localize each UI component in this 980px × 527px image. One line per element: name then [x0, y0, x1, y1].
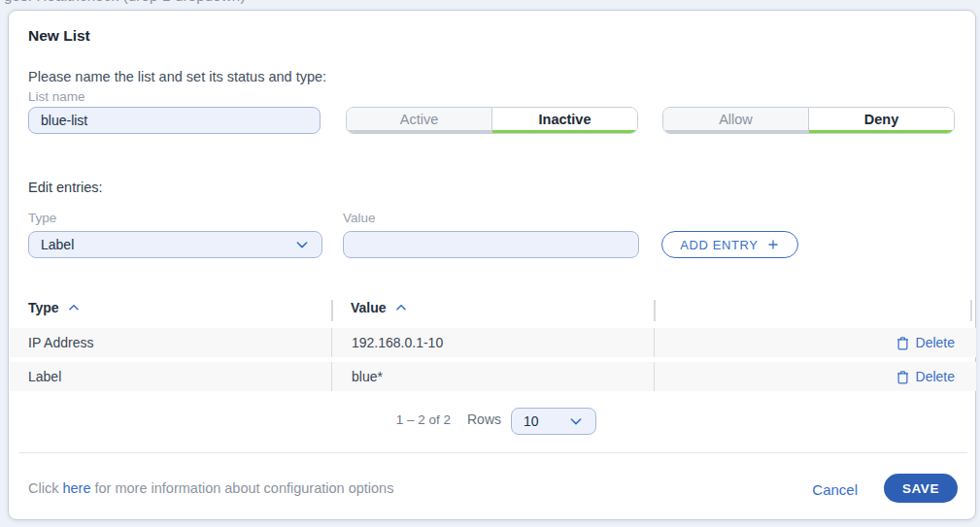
more-info-link[interactable]: here — [62, 480, 90, 496]
list-name-label: List name — [28, 89, 85, 104]
add-entry-label: ADD ENTRY — [680, 238, 758, 252]
status-option-inactive[interactable]: Inactive — [492, 108, 637, 133]
table-row: Label blue* Delete — [10, 362, 976, 391]
dialog-title: New List — [28, 27, 90, 45]
delete-label: Delete — [916, 369, 955, 384]
edit-entries-heading: Edit entries: — [28, 180, 103, 195]
type-option-allow[interactable]: Allow — [663, 108, 809, 133]
rows-per-page-value: 10 — [524, 413, 539, 429]
rows-per-page-select[interactable]: 10 — [511, 408, 596, 435]
header-divider — [654, 300, 656, 321]
delete-row-button[interactable]: Delete — [896, 335, 955, 350]
delete-row-button[interactable]: Delete — [896, 369, 955, 384]
new-list-dialog: New List Please name the list and set it… — [8, 10, 976, 520]
table-header-row: Type Value — [9, 298, 977, 325]
delete-label: Delete — [916, 335, 955, 350]
table-row: IP Address 192.168.0.1-10 Delete — [10, 328, 976, 357]
row-type-cell: Label — [10, 369, 331, 384]
entry-type-select[interactable]: Label — [28, 231, 322, 258]
entry-value-input[interactable] — [343, 231, 639, 258]
chevron-down-icon — [568, 413, 584, 429]
save-button[interactable]: SAVE — [884, 474, 958, 503]
row-type-cell: IP Address — [10, 335, 331, 350]
entry-type-selected-value: Label — [41, 237, 74, 252]
column-header-type[interactable]: Type — [28, 300, 81, 315]
trash-icon — [896, 370, 910, 384]
add-entry-button[interactable]: ADD ENTRY — [661, 231, 798, 258]
header-divider — [331, 300, 333, 321]
pagination-range: 1 – 2 of 2 — [383, 412, 451, 427]
background-clipped-text: ges: Healthcheck (drop 1 dropdown) — [4, 0, 246, 4]
plus-icon — [766, 238, 780, 251]
status-toggle: Active Inactive — [346, 107, 638, 134]
column-header-value-label: Value — [351, 300, 387, 315]
list-type-toggle: Allow Deny — [662, 107, 955, 134]
rows-per-page-label: Rows — [467, 412, 501, 427]
row-value-cell: 192.168.0.1-10 — [331, 328, 654, 357]
footer-divider — [18, 452, 967, 453]
column-header-type-label: Type — [28, 300, 59, 315]
trash-icon — [896, 336, 910, 350]
entry-value-label: Value — [343, 211, 376, 225]
footer-info-suffix: for more information about configuration… — [90, 480, 393, 496]
column-header-value[interactable]: Value — [351, 300, 408, 315]
cancel-button[interactable]: Cancel — [812, 481, 858, 498]
type-option-deny[interactable]: Deny — [809, 108, 954, 133]
entry-type-label: Type — [28, 211, 56, 225]
status-option-active[interactable]: Active — [347, 108, 492, 133]
list-name-input[interactable] — [28, 107, 321, 134]
sort-ascending-icon — [394, 301, 408, 314]
footer-info-text: Click here for more information about co… — [28, 480, 393, 496]
sort-ascending-icon — [67, 301, 81, 314]
row-value-cell: blue* — [331, 362, 654, 391]
header-divider — [970, 300, 972, 321]
intro-text: Please name the list and set its status … — [28, 69, 326, 84]
footer-info-prefix: Click — [28, 480, 62, 496]
chevron-down-icon — [294, 237, 310, 252]
